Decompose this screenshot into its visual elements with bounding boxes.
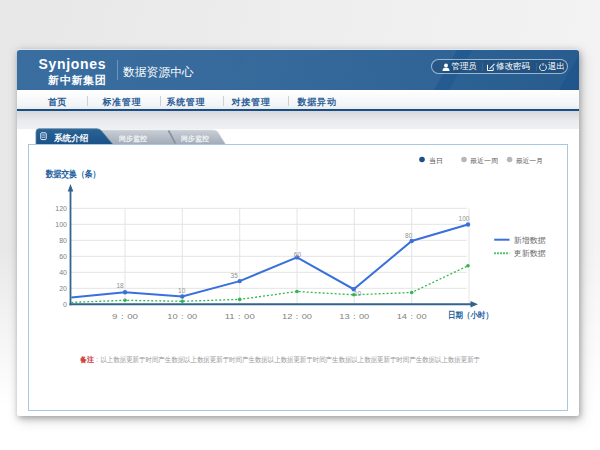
svg-text:同步监控: 同步监控 (181, 135, 209, 143)
svg-text:13：00: 13：00 (339, 312, 369, 319)
svg-text:0: 0 (63, 300, 67, 307)
svg-text:60: 60 (294, 250, 302, 257)
svg-text:系统介绍: 系统介绍 (53, 133, 89, 143)
svg-text:同步监控: 同步监控 (119, 135, 147, 143)
svg-text:10：00: 10：00 (167, 312, 197, 319)
svg-text:120: 120 (55, 204, 67, 211)
svg-text:12：00: 12：00 (282, 312, 312, 319)
svg-text:9：00: 9：00 (112, 312, 138, 319)
svg-text:14：00: 14：00 (397, 312, 427, 319)
svg-text:80: 80 (405, 232, 413, 239)
svg-text:10: 10 (354, 289, 362, 296)
svg-text:数据交换（条）: 数据交换（条） (45, 168, 100, 178)
svg-text:11：00: 11：00 (225, 312, 255, 319)
svg-text:40: 40 (59, 268, 67, 275)
svg-text:100: 100 (459, 214, 470, 221)
svg-text:：以上数据更新于时间产生数据以上数据更新于时间产生数据以上数: ：以上数据更新于时间产生数据以上数据更新于时间产生数据以上数据更新于时间产生数据… (94, 354, 480, 363)
svg-text:10: 10 (178, 287, 186, 294)
svg-text:18: 18 (116, 281, 124, 288)
svg-text:更新数据: 更新数据 (514, 249, 546, 258)
svg-text:60: 60 (59, 252, 67, 259)
svg-text:最近一周: 最近一周 (470, 156, 498, 163)
svg-text:最近一月: 最近一月 (516, 156, 543, 164)
svg-text:备注: 备注 (79, 354, 94, 363)
svg-text:35: 35 (231, 272, 239, 279)
svg-text:100: 100 (55, 220, 67, 227)
svg-text:20: 20 (59, 284, 67, 291)
svg-text:日期（小时）: 日期（小时） (448, 310, 493, 320)
svg-text:新增数据: 新增数据 (514, 235, 546, 244)
svg-text:当日: 当日 (429, 156, 443, 164)
svg-text:80: 80 (59, 236, 67, 243)
